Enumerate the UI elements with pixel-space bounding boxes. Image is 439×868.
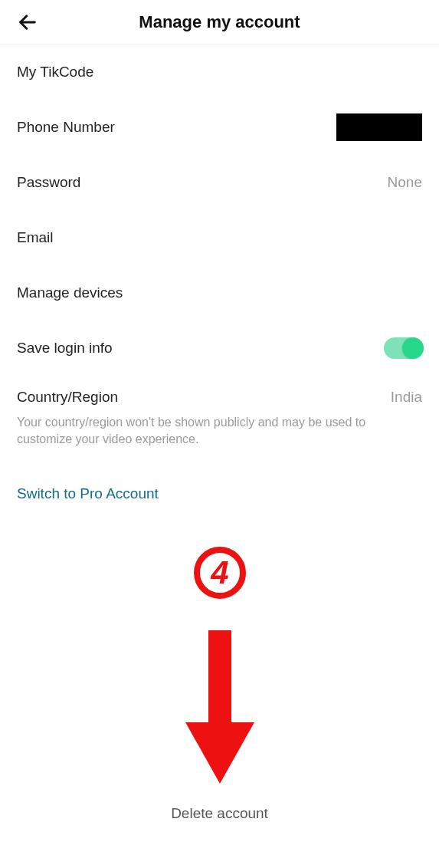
arrow-down-icon	[178, 630, 262, 784]
country-helper-text: Your country/region won't be shown publi…	[17, 414, 422, 472]
annotation-overlay: 4	[0, 546, 439, 784]
settings-list: My TikCode Phone Number Password None Em…	[0, 44, 439, 510]
back-arrow-icon	[17, 12, 38, 33]
row-tikcode[interactable]: My TikCode	[17, 44, 422, 100]
row-password[interactable]: Password None	[17, 155, 422, 210]
row-label: Email	[17, 229, 54, 246]
row-label: Phone Number	[17, 119, 115, 136]
row-label: Save login info	[17, 340, 113, 357]
row-email[interactable]: Email	[17, 210, 422, 265]
row-label: My TikCode	[17, 64, 93, 81]
page-title: Manage my account	[0, 12, 439, 32]
back-button[interactable]	[14, 8, 41, 36]
row-phone-number[interactable]: Phone Number	[17, 100, 422, 155]
row-label: Manage devices	[17, 284, 123, 301]
toggle-knob-icon	[402, 337, 424, 359]
svg-text:4: 4	[210, 554, 228, 590]
step-number-icon: 4	[193, 546, 247, 600]
delete-account-button[interactable]: Delete account	[0, 805, 439, 822]
save-login-toggle[interactable]	[384, 337, 422, 359]
phone-value-redacted	[336, 113, 422, 141]
svg-rect-3	[208, 630, 231, 730]
svg-point-1	[197, 550, 243, 596]
row-label: Country/Region	[17, 389, 118, 406]
row-save-login: Save login info	[17, 321, 422, 376]
row-value: India	[391, 389, 422, 406]
switch-pro-account-link[interactable]: Switch to Pro Account	[17, 472, 159, 510]
row-value: None	[388, 174, 422, 191]
header-bar: Manage my account	[0, 0, 439, 44]
row-manage-devices[interactable]: Manage devices	[17, 265, 422, 321]
svg-marker-4	[185, 722, 254, 784]
row-country-region[interactable]: Country/Region India	[17, 376, 422, 419]
row-label: Password	[17, 174, 80, 191]
